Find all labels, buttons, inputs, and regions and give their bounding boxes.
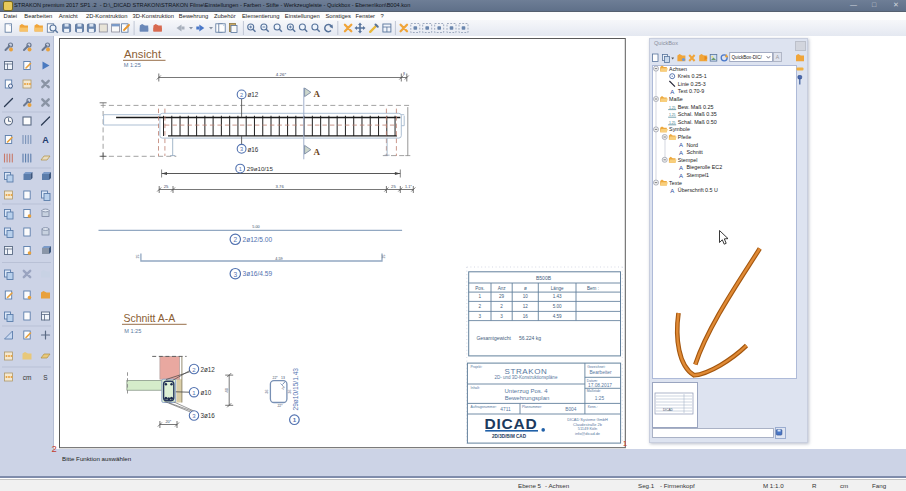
svg-text:Schnitt A-A: Schnitt A-A (123, 312, 175, 324)
svg-text:29ø10/15: 29ø10/15 (247, 165, 274, 172)
svg-text:ø10: ø10 (201, 389, 212, 396)
svg-text:40: 40 (224, 387, 229, 392)
svg-text:29ø10/15/1.43: 29ø10/15/1.43 (292, 368, 299, 411)
svg-text:36: 36 (265, 390, 269, 394)
svg-text:1: 1 (479, 294, 482, 299)
svg-text:3ø16: 3ø16 (201, 412, 216, 419)
svg-text:B500B: B500B (536, 275, 552, 281)
svg-text:8: 8 (403, 72, 405, 76)
svg-text:13: 13 (281, 376, 285, 380)
svg-text:Inhalt:: Inhalt: (471, 386, 480, 390)
svg-text:25: 25 (382, 255, 386, 259)
svg-text:ø16: ø16 (248, 146, 259, 153)
svg-text:2: 2 (233, 236, 237, 243)
svg-text:2: 2 (479, 304, 482, 309)
svg-text:Projekt:: Projekt: (471, 365, 483, 369)
svg-text:Unterzug Pos. 4: Unterzug Pos. 4 (504, 388, 548, 394)
svg-text:4711: 4711 (500, 407, 511, 412)
svg-text:22*: 22* (273, 376, 279, 380)
svg-text:20*: 20* (165, 420, 171, 424)
svg-text:1: 1 (623, 439, 628, 448)
svg-text:25: 25 (391, 184, 396, 189)
svg-text:2ø12/5.00: 2ø12/5.00 (243, 236, 273, 243)
svg-text:Kenn.:: Kenn.: (588, 405, 598, 409)
svg-text:1: 1 (293, 416, 297, 423)
svg-text:56.224 kg: 56.224 kg (519, 335, 541, 341)
svg-text:1:25: 1:25 (595, 396, 605, 401)
svg-text:Bem :: Bem : (587, 286, 599, 291)
svg-text:3.76: 3.76 (276, 184, 285, 189)
svg-text:22*: 22* (277, 404, 283, 408)
svg-text:2: 2 (500, 304, 503, 309)
svg-text:3: 3 (500, 314, 503, 319)
svg-text:A: A (314, 89, 321, 99)
svg-text:3: 3 (233, 271, 237, 278)
svg-text:M 1:25: M 1:25 (124, 328, 141, 334)
svg-text:2: 2 (52, 443, 57, 454)
svg-text:M 1:25: M 1:25 (124, 62, 141, 68)
svg-text:1.43: 1.43 (553, 294, 562, 299)
svg-text:12: 12 (523, 304, 529, 309)
svg-text:Auftragsnummer:: Auftragsnummer: (471, 405, 497, 409)
svg-text:Maßstab:: Maßstab: (587, 389, 601, 393)
svg-text:Anz: Anz (498, 286, 507, 291)
svg-text:5.00: 5.00 (252, 225, 259, 229)
svg-text:4.59: 4.59 (275, 257, 282, 261)
svg-text:1: 1 (239, 166, 242, 172)
svg-text:2D- und 3D-Konstruktionspläne: 2D- und 3D-Konstruktionspläne (495, 375, 558, 380)
svg-text:A: A (314, 147, 321, 157)
svg-text:1.1*: 1.1* (405, 185, 412, 189)
svg-text:4.26*: 4.26* (276, 72, 287, 77)
svg-text:STRAKON: STRAKON (505, 367, 548, 376)
svg-text:3: 3 (240, 146, 243, 152)
svg-text:Plannummer:: Plannummer: (522, 405, 542, 409)
svg-text:29: 29 (499, 294, 505, 299)
svg-text:B004: B004 (565, 407, 577, 412)
svg-text:ø: ø (524, 286, 527, 291)
svg-text:Bewehrungsplan: Bewehrungsplan (505, 395, 550, 401)
svg-text:Gezeichnet:: Gezeichnet: (587, 365, 605, 369)
svg-text:3: 3 (479, 314, 482, 319)
svg-text:Ansicht: Ansicht (124, 48, 162, 60)
svg-text:2ø12: 2ø12 (201, 366, 216, 373)
svg-text:info@dicad.de: info@dicad.de (575, 431, 600, 436)
svg-text:Bearbeiter: Bearbeiter (589, 370, 612, 375)
svg-text:ø12: ø12 (248, 91, 259, 98)
svg-text:5.00: 5.00 (553, 304, 562, 309)
svg-text:17.08.2017: 17.08.2017 (588, 383, 612, 388)
svg-text:25: 25 (136, 255, 140, 259)
svg-text:2: 2 (240, 92, 243, 98)
svg-text:16: 16 (523, 314, 529, 319)
svg-text:10: 10 (523, 294, 529, 299)
svg-text:DICAD: DICAD (485, 415, 538, 432)
svg-text:2D/3D/BIM CAD: 2D/3D/BIM CAD (492, 434, 527, 439)
svg-text:3ø16/4.59: 3ø16/4.59 (243, 270, 273, 277)
svg-text:Pos.: Pos. (475, 286, 484, 291)
svg-text:Länge: Länge (551, 286, 564, 291)
svg-text:25: 25 (164, 184, 169, 189)
svg-text:Gesamtgewicht: Gesamtgewicht (476, 335, 511, 341)
svg-text:4.59: 4.59 (553, 314, 562, 319)
